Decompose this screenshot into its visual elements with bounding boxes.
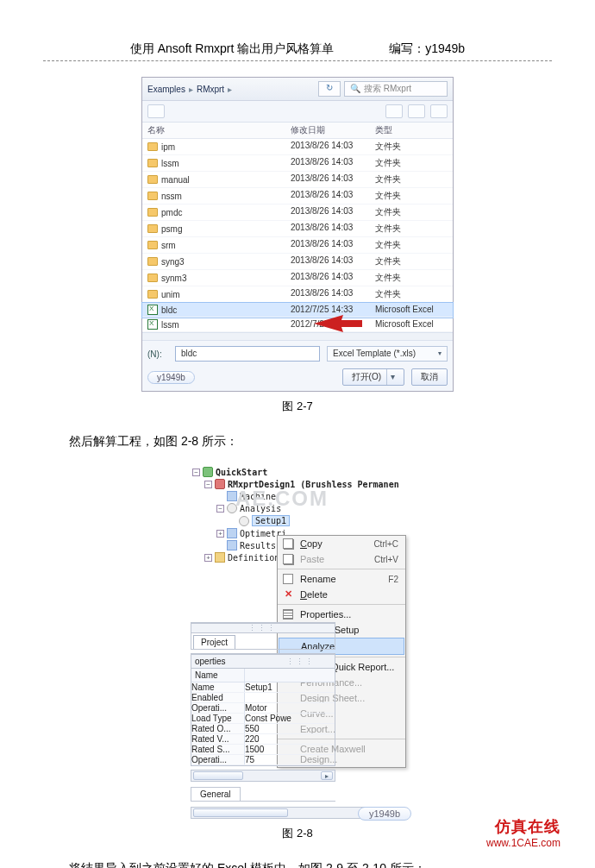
page-header: 使用 Ansoft Rmxprt 输出用户风格算单 编写：y1949b <box>0 0 595 57</box>
breadcrumb-1[interactable]: Examples <box>147 85 185 94</box>
tree-node-analysis[interactable]: −Analysis <box>192 502 403 514</box>
author-tag: y1949b <box>358 807 411 821</box>
collapse-icon[interactable]: − <box>192 469 200 476</box>
expand-icon[interactable]: + <box>216 530 224 538</box>
lower-panels: ⋮⋮⋮ Project operties ⋮⋮⋮ Name NameSetup1… <box>191 615 335 802</box>
project-panel-head: ⋮⋮⋮ <box>191 622 335 633</box>
grip-icon[interactable]: ⋮⋮⋮ <box>248 624 277 632</box>
tree-node-root[interactable]: −QuickStart <box>192 466 403 478</box>
folder-icon <box>147 241 158 249</box>
folder-icon <box>147 159 158 167</box>
table-row[interactable]: Rated V...220 <box>191 734 335 745</box>
machine-icon <box>227 491 237 501</box>
tree-node-machine[interactable]: Machine <box>192 490 403 502</box>
h-scrollbar[interactable]: ▸ <box>191 770 335 782</box>
body-paragraph: 将结果导入到之前设置好的 Excel 模板中，如图 2-9 至 2-10 所示： <box>45 859 550 868</box>
col-name: Name <box>191 669 245 682</box>
filetype-combo[interactable]: Excel Template (*.xls)▾ <box>327 346 448 362</box>
list-item[interactable]: lssm2012/7/25 14:33Microsoft Excel <box>142 318 453 332</box>
dialog-address-bar: Examples ▸ RMxprt ▸ ↻ 🔍 搜索 RMxprt <box>142 78 453 101</box>
opti-icon <box>227 528 237 538</box>
properties-panel-head: operties ⋮⋮⋮ <box>191 653 335 669</box>
list-item[interactable]: lssm2013/8/26 14:03文件夹 <box>142 155 453 172</box>
analysis-icon <box>227 503 237 513</box>
page-footer: 仿真在线 www.1CAE.com <box>486 816 561 849</box>
project-icon <box>203 467 213 477</box>
annotation-arrow-icon <box>200 248 252 274</box>
scroll-right-icon[interactable]: ▸ <box>321 771 333 780</box>
search-hint: 搜索 RMxprt <box>364 82 411 96</box>
table-row[interactable]: Operati...Motor <box>191 703 335 714</box>
refresh-button[interactable]: ↻ <box>318 81 341 97</box>
setup-icon <box>239 516 249 526</box>
dialog-toolbar <box>142 101 453 123</box>
filename-label: (N): <box>147 349 168 359</box>
list-item[interactable]: ipm2013/8/26 14:03文件夹 <box>142 139 453 155</box>
chevron-down-icon[interactable]: ▾ <box>386 369 395 385</box>
list-item[interactable]: psmg2013/8/26 14:03文件夹 <box>142 221 453 237</box>
delete-icon: ✕ <box>283 589 293 600</box>
excel-icon <box>147 305 158 315</box>
scroll-thumb[interactable] <box>193 771 243 780</box>
chevron-right-icon: ▸ <box>189 85 193 94</box>
table-row[interactable]: Enabled <box>191 693 335 703</box>
brand-name: 仿真在线 <box>486 816 561 837</box>
cancel-button[interactable]: 取消 <box>411 368 448 386</box>
col-date[interactable]: 修改日期 <box>287 123 372 138</box>
table-row[interactable]: Rated S...1500 <box>191 745 335 755</box>
file-dialog: Examples ▸ RMxprt ▸ ↻ 🔍 搜索 RMxprt 名称 修改日… <box>141 77 454 392</box>
header-rule <box>43 60 552 61</box>
list-item[interactable]: synm32013/8/26 14:03文件夹 <box>142 270 453 286</box>
list-item[interactable]: manual2013/8/26 14:03文件夹 <box>142 172 453 188</box>
table-row[interactable]: NameSetup1 <box>191 682 335 693</box>
list-item[interactable]: pmdc2013/8/26 14:03文件夹 <box>142 204 453 221</box>
grip-icon[interactable]: ⋮⋮⋮ <box>286 657 315 666</box>
list-item-selected[interactable]: bldc2012/7/25 14:33Microsoft Excel <box>142 303 453 318</box>
file-list: ipm2013/8/26 14:03文件夹 lssm2013/8/26 14:0… <box>142 139 453 332</box>
view-button[interactable] <box>385 104 403 118</box>
list-item[interactable]: srm2013/8/26 14:03文件夹 <box>142 237 453 254</box>
collapse-icon[interactable]: − <box>204 481 212 488</box>
col-type[interactable]: 类型 <box>372 123 453 138</box>
table-row[interactable]: Load TypeConst Powe <box>191 714 335 724</box>
tree-node-design[interactable]: −RMxprtDesign1 (Brushless Permanen <box>192 478 403 490</box>
results-icon <box>227 540 237 550</box>
brand-url: www.1CAE.com <box>486 837 561 849</box>
author-tag: y1949b <box>147 371 195 384</box>
breadcrumb-2[interactable]: RMxprt <box>197 85 224 94</box>
folder-icon <box>147 274 158 282</box>
tree-node-setup[interactable]: Setup1 <box>192 514 403 527</box>
search-input[interactable]: 🔍 搜索 RMxprt <box>344 81 448 97</box>
collapse-icon[interactable]: − <box>216 505 224 513</box>
chevron-down-icon: ▾ <box>438 347 442 361</box>
folder-icon <box>147 175 158 184</box>
menu-delete[interactable]: ✕Delete <box>278 587 405 602</box>
list-item[interactable]: unim2013/8/26 14:03文件夹 <box>142 286 453 303</box>
figure-2-7: Examples ▸ RMxprt ▸ ↻ 🔍 搜索 RMxprt 名称 修改日… <box>141 77 454 392</box>
toolbar-button[interactable] <box>147 104 165 118</box>
table-row[interactable]: Operati...75 <box>191 755 335 765</box>
filename-input[interactable]: bldc <box>175 346 320 362</box>
figure-caption: 图 2-7 <box>0 399 595 414</box>
col-name[interactable]: 名称 <box>142 123 287 138</box>
body-paragraph: 然后解算工程，如图 2-8 所示： <box>45 431 550 450</box>
doc-author: 编写：y1949b <box>389 41 465 57</box>
list-item[interactable]: nssm2013/8/26 14:03文件夹 <box>142 188 453 204</box>
rename-icon <box>283 574 293 584</box>
tab-general[interactable]: General <box>191 787 241 801</box>
list-item[interactable]: syng32013/8/26 14:03文件夹 <box>142 254 453 270</box>
expand-icon[interactable]: + <box>204 554 212 562</box>
table-row[interactable]: Rated O...550 <box>191 724 335 734</box>
scroll-thumb[interactable] <box>193 808 288 817</box>
tab-project[interactable]: Project <box>193 635 235 649</box>
search-icon: 🔍 <box>350 82 360 96</box>
copy-icon <box>283 538 293 549</box>
help-button[interactable] <box>430 104 448 118</box>
svg-marker-0 <box>314 315 362 332</box>
view-button[interactable] <box>408 104 425 118</box>
menu-copy[interactable]: CopyCtrl+C <box>278 536 405 551</box>
menu-rename[interactable]: RenameF2 <box>278 569 405 587</box>
excel-icon <box>147 319 158 330</box>
column-headers: 名称 修改日期 类型 <box>142 123 453 139</box>
open-button[interactable]: 打开(O)▾ <box>342 368 404 386</box>
